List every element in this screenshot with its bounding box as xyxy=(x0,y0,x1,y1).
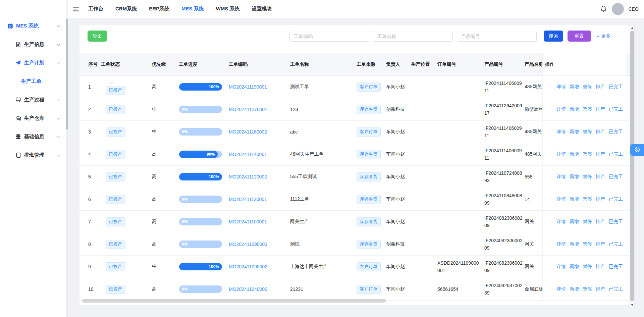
action-pause[interactable]: 暂停 xyxy=(583,286,592,292)
action-pause[interactable]: 暂停 xyxy=(583,151,592,157)
workorder-code-link[interactable]: MO202411160002 xyxy=(229,129,267,135)
action-detail[interactable]: 详情 xyxy=(556,219,566,225)
expand-chevron-icon[interactable] xyxy=(110,79,113,85)
action-add[interactable]: 新增 xyxy=(570,286,579,292)
action-add[interactable]: 新增 xyxy=(570,264,579,270)
sidebar-item-production-warehouse[interactable]: 生产仓库 xyxy=(0,109,66,127)
workorder-code-link[interactable]: MO202411120002 xyxy=(229,174,267,179)
action-add[interactable]: 新增 xyxy=(570,151,579,157)
workorder-code-input[interactable] xyxy=(289,31,369,42)
action-detail[interactable]: 详情 xyxy=(556,106,566,112)
action-schedule[interactable]: 排产 xyxy=(596,151,605,157)
action-completed[interactable]: 已完工 xyxy=(609,196,623,202)
bell-icon[interactable] xyxy=(600,5,607,12)
action-add[interactable]: 新增 xyxy=(570,219,579,225)
status-cell: 已投产 xyxy=(99,105,151,114)
action-schedule[interactable]: 排产 xyxy=(596,106,605,112)
action-pause[interactable]: 暂停 xyxy=(583,174,592,180)
action-completed[interactable]: 已完工 xyxy=(609,241,623,247)
action-schedule[interactable]: 排产 xyxy=(596,129,605,135)
workorder-code-link[interactable]: MO202411190001 xyxy=(229,84,267,90)
scroll-down-arrow-icon[interactable] xyxy=(631,304,634,306)
export-button[interactable]: 导出 xyxy=(88,31,107,42)
sidebar-scrollbar[interactable] xyxy=(66,18,68,317)
action-completed[interactable]: 已完工 xyxy=(609,219,623,225)
chevron-down-icon xyxy=(57,116,60,119)
scroll-up-arrow-icon[interactable] xyxy=(631,27,634,29)
sidebar-scrollbar-thumb[interactable] xyxy=(66,19,68,129)
action-schedule[interactable]: 排产 xyxy=(596,241,605,247)
vertical-scrollbar-thumb[interactable] xyxy=(630,31,634,301)
action-detail[interactable]: 详情 xyxy=(556,196,566,202)
action-detail[interactable]: 详情 xyxy=(556,286,566,292)
avatar[interactable] xyxy=(612,3,624,15)
tab-settings-module[interactable]: 设置模块 xyxy=(252,6,272,12)
workorder-code-link[interactable]: MO202411140001 xyxy=(229,152,267,157)
action-add[interactable]: 新增 xyxy=(570,196,579,202)
action-pause[interactable]: 暂停 xyxy=(583,241,592,247)
action-detail[interactable]: 详情 xyxy=(556,151,566,157)
owner-cell: 车间小赵 xyxy=(385,219,410,225)
action-pause[interactable]: 暂停 xyxy=(583,219,592,225)
sidebar-item-basic-info[interactable]: 基础信息 xyxy=(0,127,66,146)
horizontal-scrollbar[interactable] xyxy=(82,299,624,303)
action-add[interactable]: 新增 xyxy=(570,84,579,90)
action-detail[interactable]: 详情 xyxy=(556,241,566,247)
sidebar-item-production-workorder[interactable]: 生产工单 xyxy=(0,72,66,91)
workorder-code-link[interactable]: MO202411090002 xyxy=(229,264,267,269)
action-detail[interactable]: 详情 xyxy=(556,129,566,135)
action-completed[interactable]: 已完工 xyxy=(609,106,623,112)
sidebar-item-production-info[interactable]: 生产信息 xyxy=(0,35,66,54)
tab-crm[interactable]: CRM系统 xyxy=(115,6,137,12)
action-schedule[interactable]: 排产 xyxy=(596,174,605,180)
tab-wms[interactable]: WMS 系统 xyxy=(216,6,240,12)
action-pause[interactable]: 暂停 xyxy=(583,106,592,112)
tab-workbench[interactable]: 工作台 xyxy=(88,6,103,12)
search-button[interactable]: 搜索 xyxy=(544,31,563,42)
action-pause[interactable]: 暂停 xyxy=(583,129,592,135)
action-completed[interactable]: 已完工 xyxy=(609,129,623,135)
action-schedule[interactable]: 排产 xyxy=(596,286,605,292)
workorder-code-link[interactable]: MO202411120001 xyxy=(229,197,267,202)
action-schedule[interactable]: 排产 xyxy=(596,196,605,202)
action-add[interactable]: 新增 xyxy=(570,129,579,135)
product-code-cell: IF202408263700239 xyxy=(483,282,523,297)
workorder-code-link[interactable]: MO202411100001 xyxy=(229,219,267,224)
vertical-scrollbar[interactable] xyxy=(630,25,635,308)
sidebar-item-production-plan[interactable]: 生产计划 xyxy=(0,54,66,72)
action-completed[interactable]: 已完工 xyxy=(609,84,623,90)
action-detail[interactable]: 详情 xyxy=(556,84,566,90)
settings-fab[interactable] xyxy=(630,144,644,156)
reset-button[interactable]: 重置 xyxy=(568,31,591,42)
sidebar-item-production-process[interactable]: 生产过程 xyxy=(0,91,66,109)
tab-erp[interactable]: ERP系统 xyxy=(149,6,169,12)
action-detail[interactable]: 详情 xyxy=(556,264,566,270)
tab-mes[interactable]: MES 系统 xyxy=(181,6,204,12)
action-completed[interactable]: 已完工 xyxy=(609,174,623,180)
action-add[interactable]: 新增 xyxy=(570,106,579,112)
action-schedule[interactable]: 排产 xyxy=(596,264,605,270)
workorder-code-link[interactable]: MO202411090003 xyxy=(229,242,267,247)
workorder-code-link[interactable]: MO202411040002 xyxy=(229,286,267,292)
action-pause[interactable]: 暂停 xyxy=(583,264,592,270)
action-schedule[interactable]: 排产 xyxy=(596,219,605,225)
menu-toggle-icon[interactable] xyxy=(73,7,79,11)
more-filters-toggle[interactable]: 更多 xyxy=(597,33,610,39)
action-completed[interactable]: 已完工 xyxy=(609,151,623,157)
order-no-cell: XSDD20241109000001 xyxy=(436,259,483,274)
product-code-input[interactable] xyxy=(457,31,537,42)
status-badge: 已投产 xyxy=(106,150,125,159)
action-pause[interactable]: 暂停 xyxy=(583,196,592,202)
horizontal-scrollbar-thumb[interactable] xyxy=(82,299,386,303)
workorder-code-link[interactable]: MO202411270001 xyxy=(229,107,267,112)
action-add[interactable]: 新增 xyxy=(570,174,579,180)
action-pause[interactable]: 暂停 xyxy=(583,84,592,90)
action-add[interactable]: 新增 xyxy=(570,241,579,247)
action-detail[interactable]: 详情 xyxy=(556,174,566,180)
sidebar-item-shift-management[interactable]: 排班管理 xyxy=(0,146,66,164)
action-schedule[interactable]: 排产 xyxy=(596,84,605,90)
workorder-name-input[interactable] xyxy=(373,31,453,42)
action-completed[interactable]: 已完工 xyxy=(609,286,623,292)
sidebar-item-mes-system[interactable]: MES 系统 xyxy=(0,17,66,35)
action-completed[interactable]: 已完工 xyxy=(609,264,623,270)
